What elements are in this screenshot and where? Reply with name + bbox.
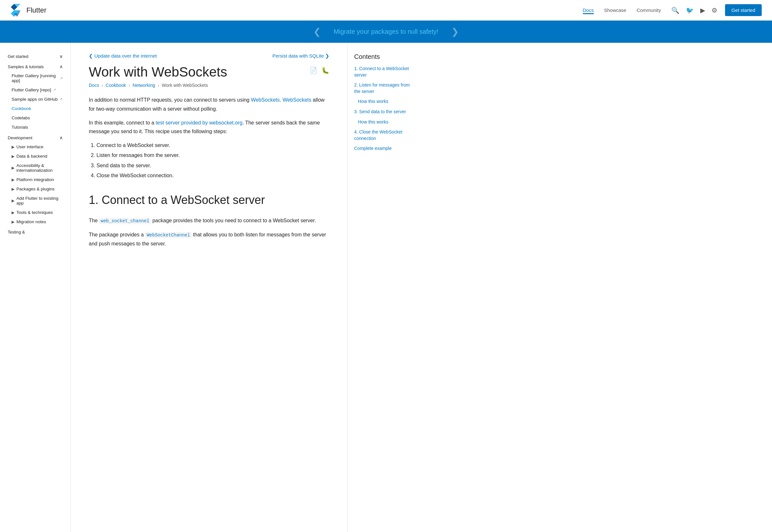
page-title: Work with WebSockets xyxy=(89,64,227,80)
intro-paragraph-1: In addition to normal HTTP requests, you… xyxy=(89,96,329,113)
sidebar-item-accessibility[interactable]: ▶ Accessibility & internationalization xyxy=(0,161,70,175)
sidebar-item-data-backend[interactable]: ▶ Data & backend xyxy=(0,151,70,161)
sidebar-item-user-interface[interactable]: ▶ User interface xyxy=(0,142,70,151)
banner-right-arrow[interactable]: ❯ xyxy=(451,26,459,37)
sidebar-item-samples-tutorials[interactable]: Samples & tutorials ∧ xyxy=(0,61,70,71)
arrow-right-icon: ▶ xyxy=(12,210,14,215)
sidebar-item-label: Codelabs xyxy=(12,115,30,120)
sidebar-item-packages-plugins[interactable]: ▶ Packages & plugins xyxy=(0,184,70,194)
sidebar-item-get-started[interactable]: Get started ∨ xyxy=(0,50,70,61)
search-icon[interactable]: 🔍 xyxy=(671,6,679,14)
external-link-icon: ↗ xyxy=(60,76,63,80)
arrow-right-icon: ▶ xyxy=(12,220,14,224)
main-nav: Docs Showcase Community xyxy=(583,6,661,14)
sidebar-item-migration-notes[interactable]: ▶ Migration notes xyxy=(0,217,70,226)
sidebar-item-label: Tools & techniques xyxy=(16,210,53,215)
contents-link-2[interactable]: 2. Listen for messages from the server xyxy=(354,82,412,95)
test-server-link[interactable]: test server provided by websocket.org xyxy=(156,120,242,125)
sidebar-item-tutorials[interactable]: Tutorials xyxy=(0,123,70,132)
breadcrumb-sep-2: › xyxy=(129,83,130,88)
next-page-link[interactable]: Persist data with SQLite ❯ xyxy=(272,53,329,59)
step-3: Send data to the server. xyxy=(97,161,329,170)
contents-link-5[interactable]: Complete example xyxy=(354,145,412,152)
arrow-right-icon: ▶ xyxy=(12,145,14,149)
sidebar-item-label: Tutorials xyxy=(12,125,28,130)
nav-community[interactable]: Community xyxy=(637,6,661,14)
sidebar-item-label: Cookbook xyxy=(12,106,31,111)
arrow-right-icon: ▶ xyxy=(12,178,14,182)
github-icon[interactable]: ⚙ xyxy=(712,6,717,14)
contents-panel: Contents 1. Connect to a WebSocket serve… xyxy=(347,43,418,532)
sidebar-item-sample-apps[interactable]: Sample apps on GitHub ↗ xyxy=(0,95,70,104)
sidebar-item-label: User interface xyxy=(16,144,43,149)
sidebar-item-label: Platform integration xyxy=(16,177,54,182)
sidebar-item-label: Data & backend xyxy=(16,154,47,159)
prev-page-link[interactable]: ❮ Update data over the internet xyxy=(89,53,157,59)
channel-code-link[interactable]: WebSocketChannel xyxy=(145,232,191,238)
breadcrumb: Docs › Cookbook › Networking › Work with… xyxy=(89,83,329,88)
section-1-paragraph-1: The web_socket_channel package provides … xyxy=(89,216,329,225)
title-row: Work with WebSockets 📄 🐛 xyxy=(89,64,329,80)
websockets-link-2[interactable]: WebSockets xyxy=(282,97,311,103)
sidebar-item-add-flutter[interactable]: ▶ Add Flutter to existing app xyxy=(0,194,70,208)
package-code-link[interactable]: web_socket_channel xyxy=(99,218,151,224)
section-1-heading: 1. Connect to a WebSocket server xyxy=(89,190,329,210)
sidebar: Get started ∨ Samples & tutorials ∧ Flut… xyxy=(0,43,71,532)
twitter-icon[interactable]: 🐦 xyxy=(686,6,694,14)
contents-link-3[interactable]: 3. Send data to the server xyxy=(354,109,412,115)
contents-link-4[interactable]: 4. Close the WebSocket connection xyxy=(354,129,412,142)
banner-text: Migrate your packages to null safety! xyxy=(334,28,438,35)
step-1: Connect to a WebSocket server. xyxy=(97,141,329,150)
websockets-link-1[interactable]: WebSockets xyxy=(251,97,280,103)
sidebar-item-flutter-gallery-running[interactable]: Flutter Gallery [running app] ↗ xyxy=(0,71,70,85)
steps-list: Connect to a WebSocket server. Listen fo… xyxy=(97,141,329,180)
body-content: In addition to normal HTTP requests, you… xyxy=(89,96,329,248)
sidebar-item-label: Packages & plugins xyxy=(16,187,55,191)
breadcrumb-current: Work with WebSockets xyxy=(162,83,208,88)
sidebar-item-development[interactable]: Development ∧ xyxy=(0,132,70,142)
banner-left-arrow[interactable]: ❮ xyxy=(313,26,321,37)
document-icon[interactable]: 📄 xyxy=(309,67,317,74)
sidebar-item-label: Flutter Gallery [running app] xyxy=(12,73,58,83)
intro-paragraph-2: In this example, connect to a test serve… xyxy=(89,118,329,136)
contents-link-1[interactable]: 1. Connect to a WebSocket server xyxy=(354,66,412,78)
sidebar-item-flutter-gallery-repo[interactable]: Flutter Gallery [repo] ↗ xyxy=(0,85,70,95)
page-navigation: ❮ Update data over the internet Persist … xyxy=(89,53,329,59)
header: Flutter Docs Showcase Community 🔍 🐦 ▶ ⚙ … xyxy=(0,0,772,21)
breadcrumb-sep-3: › xyxy=(158,83,159,88)
bug-icon[interactable]: 🐛 xyxy=(321,67,329,74)
sidebar-item-label: Add Flutter to existing app xyxy=(16,196,63,206)
section-1-paragraph-2: The package provides a WebSocketChannel … xyxy=(89,230,329,248)
breadcrumb-cookbook[interactable]: Cookbook xyxy=(106,83,126,88)
sidebar-item-label: Accessibility & internationalization xyxy=(16,163,63,173)
breadcrumb-docs[interactable]: Docs xyxy=(89,83,99,88)
sidebar-item-label: Sample apps on GitHub xyxy=(12,97,58,102)
step-2: Listen for messages from the server. xyxy=(97,151,329,160)
flutter-logo-icon xyxy=(10,4,23,17)
sidebar-item-platform-integration[interactable]: ▶ Platform integration xyxy=(0,175,70,184)
chevron-up-icon: ∧ xyxy=(60,64,63,69)
sidebar-item-label: Migration notes xyxy=(16,219,46,224)
announcement-banner: ❮ Migrate your packages to null safety! … xyxy=(0,21,772,43)
contents-sublink-2[interactable]: How this works xyxy=(358,119,412,125)
step-4: Close the WebSocket connection. xyxy=(97,171,329,180)
arrow-right-icon: ▶ xyxy=(12,198,14,203)
nav-showcase[interactable]: Showcase xyxy=(604,6,626,14)
sidebar-item-development-label: Development xyxy=(8,135,32,140)
sidebar-item-codelabs[interactable]: Codelabs xyxy=(0,113,70,123)
contents-sublink-1[interactable]: How this works xyxy=(358,98,412,105)
nav-docs[interactable]: Docs xyxy=(583,6,594,14)
get-started-button[interactable]: Get started xyxy=(725,4,762,16)
youtube-icon[interactable]: ▶ xyxy=(700,6,705,14)
sidebar-item-testing[interactable]: Testing & xyxy=(0,226,70,236)
sidebar-item-tools-techniques[interactable]: ▶ Tools & techniques xyxy=(0,208,70,217)
main-content: ❮ Update data over the internet Persist … xyxy=(71,43,347,532)
logo-text: Flutter xyxy=(26,6,46,14)
sidebar-item-cookbook[interactable]: Cookbook xyxy=(0,104,70,113)
breadcrumb-networking[interactable]: Networking xyxy=(133,83,155,88)
sidebar-item-get-started-label: Get started xyxy=(8,54,28,59)
logo-area: Flutter xyxy=(10,4,46,17)
contents-title: Contents xyxy=(354,53,412,60)
arrow-right-icon: ▶ xyxy=(12,154,14,159)
breadcrumb-sep-1: › xyxy=(102,83,103,88)
